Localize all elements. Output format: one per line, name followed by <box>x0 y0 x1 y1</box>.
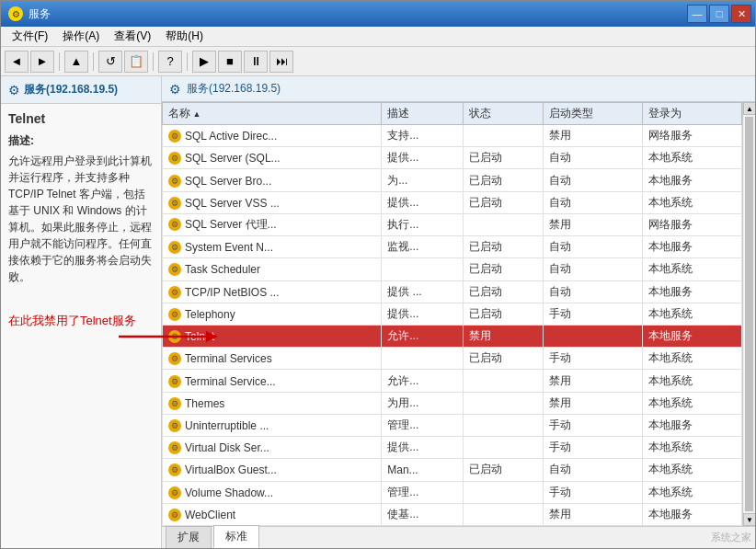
table-row[interactable]: ⚙Telephony提供...已启动手动本地系统 <box>163 303 742 325</box>
table-row[interactable]: ⚙TCP/IP NetBIOS ...提供 ...已启动自动本地服务 <box>163 280 742 303</box>
service-desc-cell: 为用... <box>382 392 464 414</box>
toolbar-restart[interactable]: ⏭ <box>269 51 293 73</box>
menu-action[interactable]: 操作(A) <box>55 27 107 46</box>
service-startup-cell: 手动 <box>544 437 643 459</box>
service-startup-cell: 禁用 <box>544 370 643 392</box>
table-row[interactable]: ⚙Virtual Disk Ser...提供...手动本地系统 <box>163 437 742 459</box>
toolbar-pause[interactable]: ⏸ <box>244 51 268 73</box>
service-login-cell: 本地服务 <box>642 325 741 347</box>
menu-file[interactable]: 文件(F) <box>5 27 55 46</box>
col-desc[interactable]: 描述 <box>382 103 464 125</box>
service-startup-cell <box>544 325 643 347</box>
service-status-cell: 已启动 <box>464 303 544 325</box>
desc-text: 允许远程用户登录到此计算机并运行程序，并支持多种 TCP/IP Telnet 客… <box>8 153 154 285</box>
table-row[interactable]: ⚙Task Scheduler已启动自动本地系统 <box>163 258 742 280</box>
table-row[interactable]: ⚙SQL Active Direc...支持...禁用网络服务 <box>163 125 742 147</box>
col-name[interactable]: 名称 <box>163 103 382 125</box>
toolbar-back[interactable]: ◄ <box>5 51 29 73</box>
toolbar-play[interactable]: ▶ <box>192 51 216 73</box>
service-login-cell: 本地系统 <box>642 481 741 503</box>
table-row[interactable]: ⚙WebClient使基...禁用本地服务 <box>163 503 742 525</box>
table-row[interactable]: ⚙Terminal Services已启动手动本地系统 <box>163 348 742 370</box>
service-login-cell: 本地系统 <box>642 459 741 481</box>
main-content: ⚙ 服务(192.168.19.5) Telnet 描述: 允许远程用户登录到此… <box>1 76 755 548</box>
service-login-cell: 本地系统 <box>642 348 741 370</box>
service-login-cell: 本地服务 <box>642 414 741 436</box>
right-panel-title: 服务(192.168.19.5) <box>187 81 281 97</box>
service-desc-cell: 监视... <box>382 236 464 258</box>
scroll-up[interactable]: ▲ <box>743 102 755 115</box>
service-name-cell: ⚙SQL Server Bro... <box>163 169 382 191</box>
service-startup-cell: 自动 <box>544 236 643 258</box>
toolbar-up[interactable]: ▲ <box>64 51 88 73</box>
right-panel-header: ⚙ 服务(192.168.19.5) <box>162 76 755 102</box>
service-login-cell: 本地系统 <box>642 147 741 169</box>
toolbar-properties[interactable]: 📋 <box>124 51 148 73</box>
table-row[interactable]: ⚙Terminal Service...允许...禁用本地系统 <box>163 370 742 392</box>
service-name-cell: ⚙Volume Shadow... <box>163 481 382 503</box>
scrollbar[interactable]: ▲ ▼ <box>742 102 755 526</box>
service-name-cell: ⚙TCP/IP NetBIOS ... <box>163 280 382 303</box>
menu-view[interactable]: 查看(V) <box>107 27 158 46</box>
service-startup-cell: 禁用 <box>544 213 643 235</box>
service-desc-cell: 提供... <box>382 147 464 169</box>
table-row[interactable]: ⚙Volume Shadow...管理...手动本地系统 <box>163 481 742 503</box>
service-status-cell: 已启动 <box>464 348 544 370</box>
title-bar: ⚙ 服务 — □ ✕ <box>1 1 755 27</box>
col-startup[interactable]: 启动类型 <box>544 103 643 125</box>
maximize-button[interactable]: □ <box>709 5 729 23</box>
bottom-tabs: 扩展 标准 <box>162 526 755 548</box>
service-startup-cell: 自动 <box>544 258 643 280</box>
service-desc-cell <box>382 258 464 280</box>
service-status-cell <box>464 213 544 235</box>
col-status[interactable]: 状态 <box>464 103 544 125</box>
table-row[interactable]: ⚙SQL Server Bro...为...已启动自动本地服务 <box>163 169 742 191</box>
service-startup-cell: 手动 <box>544 414 643 436</box>
service-status-cell <box>464 370 544 392</box>
tab-standard[interactable]: 标准 <box>213 525 259 548</box>
service-desc-cell: 允许... <box>382 370 464 392</box>
service-login-cell: 本地系统 <box>642 370 741 392</box>
left-panel-body: Telnet 描述: 允许远程用户登录到此计算机并运行程序，并支持多种 TCP/… <box>1 104 161 548</box>
service-status-cell: 已启动 <box>464 236 544 258</box>
service-desc-cell: 管理... <box>382 414 464 436</box>
scroll-down[interactable]: ▼ <box>743 513 755 526</box>
table-row[interactable]: ⚙Uninterruptible ...管理...手动本地服务 <box>163 414 742 436</box>
table-row[interactable]: ⚙System Event N...监视...已启动自动本地服务 <box>163 236 742 258</box>
toolbar-help[interactable]: ? <box>158 51 182 73</box>
service-status-cell: 已启动 <box>464 280 544 303</box>
service-login-cell: 本地服务 <box>642 280 741 303</box>
toolbar-stop[interactable]: ■ <box>218 51 242 73</box>
service-name-cell: ⚙System Event N... <box>163 236 382 258</box>
service-name-cell: ⚙SQL Server 代理... <box>163 213 382 235</box>
service-status-cell <box>464 414 544 436</box>
toolbar-refresh[interactable]: ↺ <box>98 51 122 73</box>
table-row[interactable]: ⚙Themes为用...禁用本地系统 <box>163 392 742 414</box>
menu-help[interactable]: 帮助(H) <box>158 27 211 46</box>
service-table-container[interactable]: 名称 描述 状态 启动类型 登录为 ⚙SQL Active Direc...支持… <box>162 102 755 526</box>
table-row[interactable]: ⚙SQL Server 代理...执行...禁用网络服务 <box>163 213 742 235</box>
toolbar-sep-2 <box>93 52 94 71</box>
left-panel: ⚙ 服务(192.168.19.5) Telnet 描述: 允许远程用户登录到此… <box>1 76 162 548</box>
service-desc-cell: 提供... <box>382 303 464 325</box>
service-startup-cell: 自动 <box>544 191 643 213</box>
service-startup-cell: 自动 <box>544 169 643 191</box>
service-name-cell: ⚙Terminal Services <box>163 348 382 370</box>
tab-expand[interactable]: 扩展 <box>166 526 212 548</box>
table-row[interactable]: ⚙VirtualBox Guest...Man...已启动自动本地系统 <box>163 459 742 481</box>
service-table: 名称 描述 状态 启动类型 登录为 ⚙SQL Active Direc...支持… <box>162 102 742 526</box>
service-desc-cell: 为... <box>382 169 464 191</box>
minimize-button[interactable]: — <box>687 5 707 23</box>
table-row[interactable]: ⚙SQL Server VSS ...提供...已启动自动本地系统 <box>163 191 742 213</box>
watermark: 系统之家 <box>711 531 751 544</box>
service-login-cell: 本地系统 <box>642 191 741 213</box>
service-status-cell <box>464 437 544 459</box>
table-row[interactable]: ⚙Telnet允许...禁用本地服务 <box>163 325 742 347</box>
table-row[interactable]: ⚙SQL Server (SQL...提供...已启动自动本地系统 <box>163 147 742 169</box>
service-status-cell <box>464 392 544 414</box>
close-button[interactable]: ✕ <box>731 5 751 23</box>
toolbar-forward[interactable]: ► <box>30 51 54 73</box>
scroll-thumb[interactable] <box>745 117 753 511</box>
left-panel-title: 服务(192.168.19.5) <box>24 82 118 97</box>
col-login[interactable]: 登录为 <box>642 103 741 125</box>
